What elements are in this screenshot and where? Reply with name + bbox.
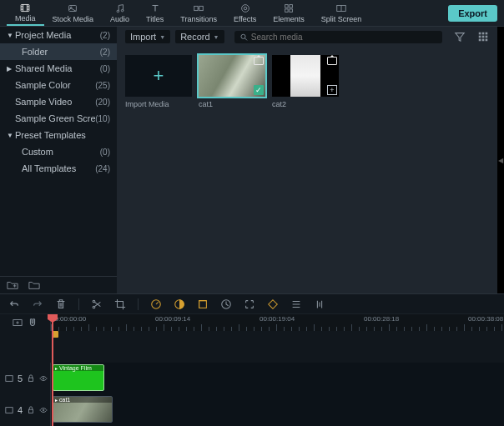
cloud-icon [67, 3, 78, 14]
svg-point-4 [121, 9, 123, 12]
tab-transitions[interactable]: Transitions [172, 1, 225, 26]
text-icon [149, 3, 161, 14]
eye-icon[interactable] [39, 374, 48, 383]
svg-rect-9 [285, 5, 289, 8]
sidebar-item-label: Sample Green Screen [15, 113, 95, 123]
lock-icon[interactable] [27, 374, 35, 383]
svg-point-33 [43, 378, 44, 379]
clip-cat1[interactable]: cat1 [53, 396, 113, 423]
track-body[interactable]: cat1 [50, 394, 504, 426]
sidebar-item-sample-video[interactable]: Sample Video (20) [0, 93, 117, 110]
svg-point-3 [117, 10, 119, 13]
export-button[interactable]: Export [448, 5, 497, 22]
sidebar-item-shared-media[interactable]: ▶ Shared Media (0) [0, 60, 117, 77]
add-track-icon[interactable] [13, 318, 23, 328]
sidebar-item-label: All Templates [22, 163, 95, 173]
sidebar-item-count: (20) [95, 98, 110, 107]
tab-media[interactable]: Media [7, 1, 44, 26]
svg-rect-28 [199, 300, 207, 308]
sidebar-item-custom[interactable]: Custom (0) [0, 143, 117, 160]
timeline-toolbar [0, 294, 504, 314]
speed-ramp-button[interactable] [220, 298, 232, 310]
video-track-icon [5, 374, 13, 383]
svg-rect-6 [199, 6, 203, 10]
import-media-tile[interactable]: + Import Media [125, 55, 192, 108]
sidebar-item-all-templates[interactable]: All Templates (24) [0, 160, 117, 177]
sidebar-item-sample-color[interactable]: Sample Color (25) [0, 77, 117, 93]
svg-point-36 [43, 409, 44, 411]
speed-button[interactable] [150, 298, 162, 310]
svg-rect-16 [482, 33, 485, 35]
tab-stock-media[interactable]: Stock Media [44, 1, 103, 26]
expand-button[interactable] [244, 298, 255, 310]
svg-rect-18 [479, 36, 481, 38]
timeline-body: 00:00:00:0000:00:09:1400:00:19:0400:00:2… [0, 314, 504, 426]
new-folder-icon[interactable] [7, 280, 18, 290]
redo-button[interactable] [32, 298, 43, 310]
chevron-down-icon: ▼ [214, 34, 219, 40]
svg-rect-23 [486, 39, 488, 42]
tab-titles[interactable]: Titles [138, 1, 172, 26]
magnet-icon[interactable] [28, 318, 38, 328]
media-item-cat2[interactable]: + cat2 [272, 55, 339, 108]
music-icon [114, 3, 126, 14]
svg-rect-22 [482, 39, 485, 42]
panel-resize-handle[interactable]: ◀ [497, 27, 504, 293]
audio-mixer-button[interactable] [314, 298, 325, 310]
sidebar-item-project-media[interactable]: ▼ Project Media (2) [0, 27, 117, 43]
video-badge-icon [327, 57, 337, 65]
tab-split-screen[interactable]: Split Screen [313, 1, 370, 26]
tab-effects[interactable]: Effects [225, 1, 265, 26]
sidebar-item-count: (24) [95, 164, 110, 173]
import-dropdown[interactable]: Import▼ [125, 30, 170, 43]
svg-rect-19 [482, 36, 485, 38]
track-body[interactable]: Vintage Film [50, 363, 504, 394]
top-tab-bar: Media Stock Media Audio Titles Transitio… [0, 0, 504, 27]
svg-point-8 [241, 5, 249, 13]
media-label: Import Media [125, 100, 192, 108]
list-button[interactable] [290, 298, 302, 310]
eye-icon[interactable] [39, 406, 48, 414]
folder-icon[interactable] [28, 280, 40, 290]
sidebar-item-count: (0) [100, 148, 110, 157]
grid-view-icon[interactable] [477, 31, 489, 43]
keyframe-button[interactable] [267, 298, 279, 310]
content-toolbar: Import▼ Record▼ [117, 27, 497, 47]
timeline-track-4: 4 cat1 [0, 394, 504, 426]
track-number: 4 [18, 405, 23, 415]
green-screen-button[interactable] [197, 298, 209, 310]
clip-label: Vintage Film [53, 365, 103, 371]
sidebar-item-sample-green-screen[interactable]: Sample Green Screen (10) [0, 110, 117, 127]
crop-button[interactable] [114, 298, 126, 310]
media-item-cat1[interactable]: ✓ cat1 [199, 55, 265, 108]
transition-icon [193, 3, 204, 14]
chevron-down-icon: ▼ [159, 34, 165, 40]
svg-rect-34 [6, 408, 13, 413]
search-input[interactable] [251, 33, 437, 42]
record-dropdown[interactable]: Record▼ [175, 30, 224, 43]
color-button[interactable] [174, 298, 185, 310]
undo-button[interactable] [8, 298, 20, 310]
split-button[interactable] [91, 298, 103, 310]
delete-button[interactable] [55, 298, 67, 310]
lock-icon[interactable] [27, 406, 35, 414]
tab-elements[interactable]: Elements [265, 1, 313, 26]
svg-rect-35 [29, 409, 33, 413]
timeline-ruler[interactable]: 00:00:00:0000:00:09:1400:00:19:0400:00:2… [50, 314, 504, 331]
svg-point-7 [244, 7, 247, 10]
clip-label: cat1 [53, 397, 112, 403]
tab-audio[interactable]: Audio [102, 1, 138, 26]
filter-icon[interactable] [454, 31, 466, 43]
split-icon [335, 3, 347, 14]
sidebar-item-count: (25) [95, 81, 110, 90]
sidebar-item-preset-templates[interactable]: ▼ Preset Templates [0, 127, 117, 143]
add-icon: + [327, 85, 337, 95]
sidebar-item-folder[interactable]: Folder (2) [0, 43, 117, 60]
media-label: cat2 [272, 100, 339, 108]
clip-vintage-film[interactable]: Vintage Film [53, 364, 104, 391]
svg-rect-20 [486, 36, 488, 38]
svg-rect-15 [479, 33, 481, 35]
playhead[interactable] [52, 314, 53, 426]
svg-rect-11 [285, 9, 289, 13]
chevron-down-icon: ▼ [7, 132, 15, 139]
